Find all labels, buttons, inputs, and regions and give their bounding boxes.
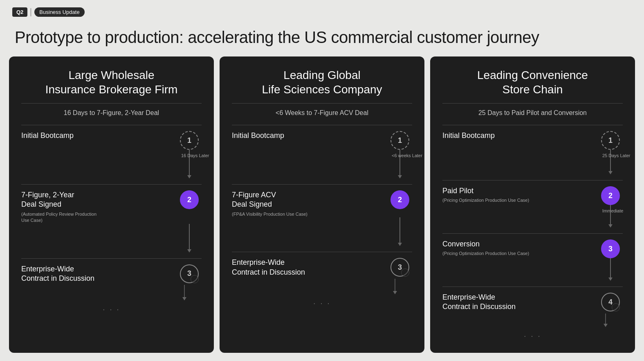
cv-connector-1-2: 25 Days Later: [442, 150, 623, 174]
connector-1-2: 16 Days Later: [21, 150, 202, 178]
cv-step-2-node-col: 2: [598, 186, 623, 205]
cv-vline-3: [610, 258, 611, 278]
vline-2: [189, 224, 190, 249]
cv-step-2-label: Paid Pilot: [442, 186, 598, 196]
time-label-1: 16 Days Later: [181, 153, 209, 158]
section-label: Business Update: [34, 7, 84, 17]
card-convenience-subtitle: 25 Days to Paid Pilot and Conversion: [442, 109, 623, 117]
ls-step-1-left: Initial Bootcamp: [232, 131, 388, 150]
cv-step-2-block: Paid Pilot (Pricing Optimization Product…: [442, 186, 623, 205]
card-convenience-title: Leading ConvenienceStore Chain: [442, 68, 623, 97]
cv-step-3-sub: (Pricing Optimization Production Use Cas…: [442, 250, 598, 257]
arrow-final-2: [393, 291, 397, 294]
cv-time-label-2: Immediate: [602, 208, 623, 213]
ls-step-1-label: Initial Bootcamp: [232, 131, 388, 140]
cards-container: Large WholesaleInsurance Brokerage Firm …: [0, 56, 644, 353]
bottom-dots-3: · · ·: [442, 331, 623, 341]
card-insurance-subtitle: 16 Days to 7-Figure, 2-Year Deal: [21, 109, 202, 117]
step-1-left: Initial Bootcamp: [21, 131, 177, 150]
cv-step-1-left: Initial Bootcamp: [442, 131, 598, 150]
q2-badge: Q2: [12, 7, 27, 17]
cv-step-2-sub: (Pricing Optimization Production Use Cas…: [442, 197, 598, 203]
vline-final-1: [184, 285, 185, 297]
step-3-label: Enterprise-WideContract in Discussion: [21, 264, 177, 284]
cv-step-3-left: Conversion (Pricing Optimization Product…: [442, 239, 598, 258]
cv-step-4-node-col: 4: [598, 293, 623, 312]
vline-final-3: [605, 314, 606, 324]
final-arrow-col-1: [21, 285, 202, 300]
cv-step-1-label: Initial Bootcamp: [442, 131, 598, 140]
step-2-label: 7-Figure, 2-YearDeal Signed: [21, 190, 177, 210]
step-2-block: 7-Figure, 2-YearDeal Signed (Automated P…: [21, 190, 202, 224]
ls-node-3: 3: [390, 258, 409, 277]
cv-step-3-block: Conversion (Pricing Optimization Product…: [442, 239, 623, 258]
step-2-node-col: 2: [177, 190, 202, 224]
ls-step-2-label: 7-Figure ACVDeal Signed: [232, 190, 388, 210]
final-arrow-col-3: [442, 314, 623, 327]
cv-step-1-node-col: 1: [598, 131, 623, 150]
ls-connector-2-3: [232, 217, 412, 246]
cv-connector-2-3: Immediate: [442, 205, 623, 228]
ls-step-1-block: Initial Bootcamp 1: [232, 131, 412, 150]
step-2-sub: (Automated Policy Review ProductionUse C…: [21, 211, 177, 224]
cv-node-1: 1: [601, 131, 620, 150]
node-1: 1: [180, 131, 199, 150]
cv-step-3-node-col: 3: [598, 239, 623, 258]
ls-step-2-left: 7-Figure ACVDeal Signed (FP&A Visibility…: [232, 190, 388, 217]
cv-step-2-left: Paid Pilot (Pricing Optimization Product…: [442, 186, 598, 205]
ls-step-3-node-col: 3: [388, 258, 412, 277]
cv-connector-3-4: [442, 258, 623, 281]
step-3-block: Enterprise-WideContract in Discussion 3: [21, 264, 202, 284]
ls-step-1-node-col: 1: [388, 131, 412, 150]
bottom-dots-1: · · ·: [21, 305, 202, 314]
ls-step-3-label: Enterprise-WideContract in Discussion: [232, 258, 388, 277]
connector-2-3: [21, 224, 202, 253]
vline-final-2: [395, 279, 395, 291]
page-title: Prototype to production: accelerating th…: [0, 24, 644, 56]
card-insurance: Large WholesaleInsurance Brokerage Firm …: [9, 56, 214, 353]
step-1-block: Initial Bootcamp 1: [21, 131, 202, 150]
step-3-node-col: 3: [177, 264, 202, 284]
card-insurance-title: Large WholesaleInsurance Brokerage Firm: [21, 68, 202, 97]
ls-arrow-1: [398, 175, 402, 178]
step-1-label: Initial Bootcamp: [21, 131, 177, 140]
ls-time-label-1: <6 weeks Later: [392, 153, 422, 158]
node-2: 2: [180, 190, 199, 209]
card-lifesciences-subtitle: <6 Weeks to 7-Figure ACV Deal: [232, 109, 412, 117]
step-2-left: 7-Figure, 2-YearDeal Signed (Automated P…: [21, 190, 177, 224]
ls-node-1: 1: [390, 131, 409, 150]
card-lifesciences-title: Leading GlobalLife Sciences Company: [232, 68, 412, 97]
cv-step-4-left: Enterprise-WideContract in Discussion: [442, 293, 598, 312]
cv-step-4-label: Enterprise-WideContract in Discussion: [442, 293, 598, 312]
ls-node-2: 2: [390, 190, 409, 209]
arrow-2: [187, 249, 191, 253]
node-3: 3: [180, 264, 199, 283]
step-3-left: Enterprise-WideContract in Discussion: [21, 264, 177, 284]
cv-arrow-2: [608, 224, 613, 228]
cv-node-4: 4: [601, 293, 620, 311]
ls-step-2-sub: (FP&A Visibility Production Use Case): [232, 211, 388, 217]
arrow-final-1: [182, 297, 186, 300]
cv-step-1-block: Initial Bootcamp 1: [442, 131, 623, 150]
ls-step-2-node-col: 2: [388, 190, 412, 217]
ls-step-2-block: 7-Figure ACVDeal Signed (FP&A Visibility…: [232, 190, 412, 217]
cv-step-4-block: Enterprise-WideContract in Discussion 4: [442, 293, 623, 312]
bottom-dots-2: · · ·: [232, 298, 412, 308]
cv-node-3: 3: [601, 239, 620, 258]
header-divider: [31, 8, 31, 16]
ls-vline-2: [399, 217, 400, 243]
cv-time-label-1: 25 Days Later: [602, 153, 630, 158]
cv-node-2: 2: [601, 186, 620, 205]
ls-step-3-left: Enterprise-WideContract in Discussion: [232, 258, 388, 277]
card-convenience: Leading ConvenienceStore Chain 25 Days t…: [430, 56, 635, 353]
ls-arrow-2: [398, 243, 402, 246]
cv-step-3-label: Conversion: [442, 239, 598, 249]
arrow-final-3: [604, 324, 608, 327]
ls-connector-1-2: <6 weeks Later: [232, 150, 412, 178]
final-arrow-col-2: [232, 279, 412, 294]
step-1-node-col: 1: [177, 131, 202, 150]
card-lifesciences: Leading GlobalLife Sciences Company <6 W…: [220, 56, 424, 353]
arrow-1: [187, 175, 191, 178]
cv-arrow-1: [608, 171, 613, 174]
ls-step-3-block: Enterprise-WideContract in Discussion 3: [232, 258, 412, 277]
